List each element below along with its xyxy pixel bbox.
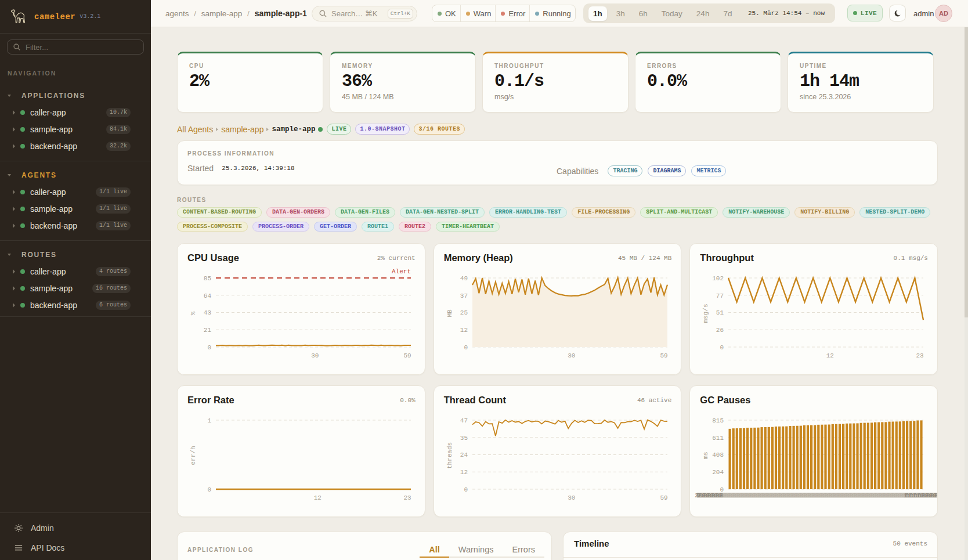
svg-text:0: 0: [464, 344, 468, 351]
svg-text:2020:08:08:08:08:08: 2020:08:08:08:08:08: [695, 492, 723, 499]
svg-text:0: 0: [207, 344, 211, 351]
svg-text:204: 204: [713, 469, 724, 476]
svg-text:815: 815: [713, 417, 724, 424]
svg-text:59: 59: [403, 352, 411, 359]
svg-text:51: 51: [716, 309, 724, 316]
svg-text:77: 77: [716, 292, 724, 299]
svg-text:ms: ms: [702, 451, 709, 459]
svg-text:30: 30: [568, 494, 575, 501]
svg-text:85: 85: [204, 275, 211, 282]
svg-text:MB: MB: [446, 309, 453, 317]
svg-text:47: 47: [460, 417, 467, 424]
svg-text:err/h: err/h: [190, 446, 197, 465]
svg-text:64: 64: [204, 292, 212, 299]
svg-text:%: %: [190, 311, 197, 315]
svg-text:37: 37: [460, 292, 467, 299]
svg-text:23: 23: [916, 352, 924, 359]
svg-text:49: 49: [460, 275, 467, 282]
svg-text:12: 12: [460, 469, 467, 476]
svg-text:25: 25: [460, 309, 467, 316]
svg-text:12: 12: [460, 327, 467, 334]
svg-text:1: 1: [207, 417, 211, 424]
svg-text:26: 26: [716, 327, 724, 334]
svg-text:0: 0: [720, 344, 724, 351]
svg-text:408: 408: [713, 451, 724, 458]
svg-text:12: 12: [314, 494, 322, 501]
svg-text:35: 35: [460, 435, 467, 442]
svg-text:23: 23: [403, 494, 411, 501]
svg-text:24: 24: [460, 451, 468, 458]
svg-text:0: 0: [464, 486, 468, 493]
svg-text:msg/s: msg/s: [702, 304, 709, 323]
svg-text:16:16:16:16:08:08:08:08: 16:16:16:16:08:08:08:08: [904, 492, 937, 499]
svg-text:threads: threads: [446, 442, 453, 469]
svg-text:59: 59: [660, 494, 667, 501]
svg-text:30: 30: [311, 352, 319, 359]
svg-text:21: 21: [204, 327, 212, 334]
svg-text:0: 0: [207, 486, 211, 493]
svg-text:08:08:08:08:08:08:08:08:08:08:: 08:08:08:08:08:08:08:08:08:08:08:08:08:0…: [723, 492, 908, 499]
svg-text:43: 43: [204, 309, 211, 316]
svg-text:12: 12: [826, 352, 834, 359]
svg-text:Alert: Alert: [392, 268, 411, 275]
svg-text:59: 59: [660, 352, 667, 359]
svg-text:30: 30: [568, 352, 575, 359]
svg-text:611: 611: [713, 435, 724, 442]
svg-text:102: 102: [713, 275, 724, 282]
